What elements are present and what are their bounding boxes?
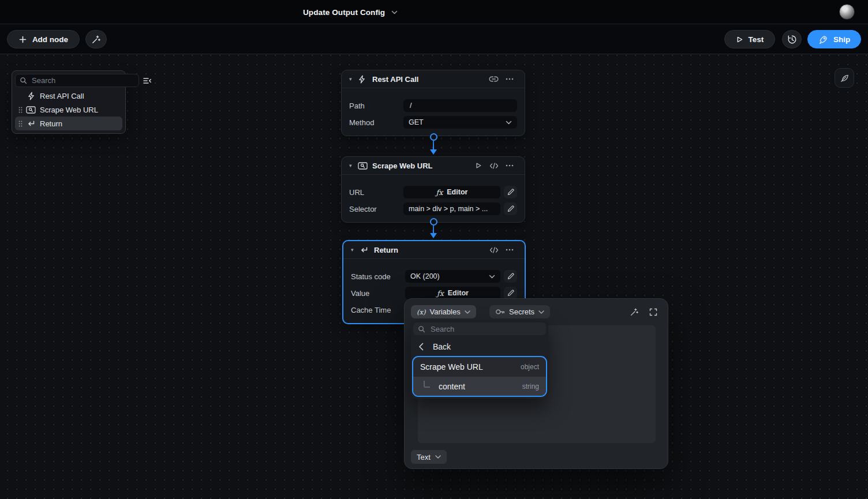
plus-icon	[18, 35, 27, 44]
flow-title-menu[interactable]: Update Output Config	[303, 0, 398, 24]
lightning-icon	[358, 75, 372, 84]
value-editor-button[interactable]: ƒx Editor	[405, 287, 500, 299]
play-icon	[736, 36, 743, 43]
status-code-select[interactable]: OK (200)	[405, 270, 500, 283]
drag-handle-icon[interactable]	[16, 121, 25, 127]
ship-button[interactable]: Ship	[807, 30, 861, 48]
avatar[interactable]	[839, 4, 855, 20]
status-code-value: OK (200)	[410, 272, 440, 280]
path-field[interactable]	[403, 99, 517, 112]
connector-arrow-icon	[430, 149, 437, 155]
url-editor-button[interactable]: ƒx Editor	[403, 186, 500, 198]
collapse-panel-button[interactable]	[141, 74, 154, 87]
history-button[interactable]	[782, 30, 802, 48]
chevron-down-icon	[465, 310, 470, 314]
selector-field[interactable]: main > div > p, main > ...	[403, 202, 500, 215]
collapse-caret-icon[interactable]: ▾	[349, 163, 358, 168]
pencil-icon	[507, 290, 514, 297]
rocket-icon	[818, 35, 828, 44]
editor-label: Editor	[447, 188, 467, 196]
node-title: Scrape Web URL	[372, 162, 433, 170]
library-item-return[interactable]: Return	[15, 117, 122, 130]
link-button[interactable]	[486, 72, 502, 86]
method-value: GET	[409, 118, 424, 126]
flow-canvas[interactable]: Rest API Call Scrape Web URL Return	[0, 54, 868, 499]
topbar: Update Output Config	[0, 0, 868, 24]
node-scrape-web-url[interactable]: ▾ Scrape Web URL URL ƒx Ed	[341, 156, 525, 223]
edit-status-button[interactable]	[504, 270, 517, 283]
edit-selector-button[interactable]	[504, 202, 517, 215]
feather-icon	[839, 73, 850, 84]
secrets-tab[interactable]: Secrets	[489, 305, 550, 318]
editor-label: Editor	[448, 289, 469, 297]
library-item-scrape-web-url[interactable]: Scrape Web URL	[15, 103, 122, 117]
library-item-rest-api-call[interactable]: Rest API Call	[15, 89, 122, 103]
magic-wand-icon	[630, 307, 639, 317]
magic-wand-button[interactable]	[85, 30, 107, 48]
node-header[interactable]: ▾ Return	[343, 241, 525, 259]
chevron-down-icon	[489, 275, 495, 279]
node-menu-button[interactable]	[502, 243, 517, 257]
pencil-icon	[507, 273, 514, 280]
ellipsis-icon	[506, 164, 514, 167]
expand-button[interactable]	[648, 307, 659, 317]
path-input[interactable]	[409, 101, 512, 110]
variables-search[interactable]	[413, 322, 546, 335]
fx-icon: ƒx	[437, 289, 444, 298]
output-type-select[interactable]: Text	[411, 450, 447, 464]
field-label: Selector	[349, 205, 403, 213]
chevron-down-icon	[435, 455, 441, 459]
return-icon	[25, 120, 37, 127]
variables-label: Variables	[429, 307, 460, 316]
ai-generate-button[interactable]	[629, 307, 639, 317]
edit-url-button[interactable]	[504, 186, 517, 198]
collapse-caret-icon[interactable]: ▾	[349, 77, 358, 82]
key-icon	[495, 309, 505, 315]
node-rest-api-call[interactable]: ▾ Rest API Call Path	[341, 70, 525, 136]
ship-label: Ship	[833, 35, 850, 44]
output-port[interactable]	[430, 218, 437, 226]
play-icon	[475, 162, 482, 169]
node-menu-button[interactable]	[502, 159, 517, 172]
library-item-label: Scrape Web URL	[40, 106, 98, 114]
library-search[interactable]	[15, 74, 139, 87]
code-button[interactable]	[486, 243, 502, 257]
output-type-label: Text	[417, 453, 431, 462]
feather-tool-button[interactable]	[835, 68, 854, 88]
variable-child-row[interactable]: content string	[413, 377, 546, 396]
expression-editor-popup: (x) Variables Secrets Back	[404, 298, 668, 469]
magic-wand-icon	[91, 35, 101, 44]
node-menu-button[interactable]	[502, 72, 517, 86]
method-select[interactable]: GET	[403, 116, 517, 129]
history-icon	[787, 34, 798, 45]
ellipsis-icon	[506, 249, 514, 251]
node-header[interactable]: ▾ Rest API Call	[342, 70, 525, 88]
library-search-input[interactable]	[31, 76, 134, 85]
toolbar: Add node Test Ship	[0, 24, 868, 54]
back-button[interactable]: Back	[413, 339, 546, 355]
node-header[interactable]: ▾ Scrape Web URL	[342, 157, 525, 175]
variable-group-row[interactable]: Scrape Web URL object	[413, 357, 546, 377]
chevron-down-icon	[506, 121, 512, 125]
test-button[interactable]: Test	[724, 30, 775, 48]
edit-value-button[interactable]	[504, 287, 517, 299]
return-icon	[360, 246, 374, 254]
node-title: Return	[374, 246, 398, 254]
variable-child-name: content	[439, 382, 465, 391]
code-button[interactable]	[486, 159, 502, 172]
pencil-icon	[507, 205, 514, 212]
variables-search-input[interactable]	[429, 324, 541, 334]
drag-handle-icon[interactable]	[16, 107, 25, 113]
output-port[interactable]	[430, 133, 437, 141]
field-label: Value	[351, 289, 405, 298]
run-node-button[interactable]	[470, 159, 486, 172]
back-label: Back	[433, 342, 451, 351]
field-label: Cache Time	[351, 306, 405, 314]
add-node-button[interactable]: Add node	[7, 30, 80, 48]
variable-type-badge: object	[521, 363, 539, 371]
chevron-down-icon	[538, 310, 544, 314]
selector-value: main > div > p, main > ...	[409, 205, 488, 213]
browser-scrape-icon	[25, 106, 37, 114]
collapse-caret-icon[interactable]: ▾	[351, 247, 360, 253]
variables-tab[interactable]: (x) Variables	[411, 305, 476, 318]
